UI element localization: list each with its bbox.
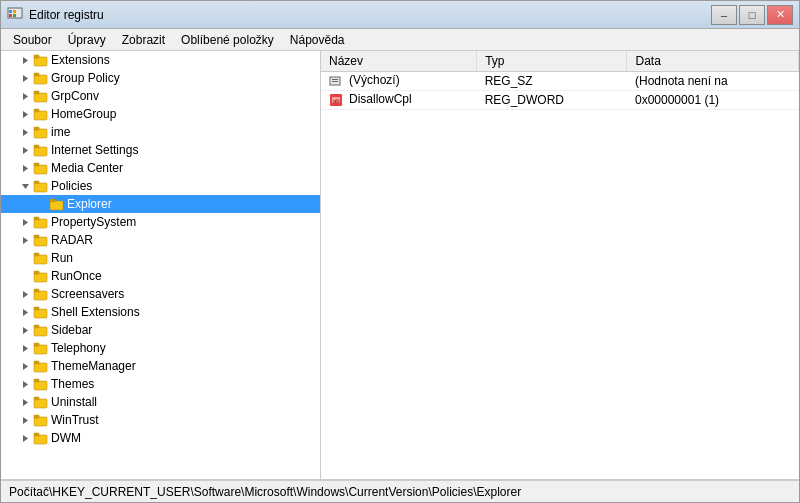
tree-item-radar[interactable]: RADAR	[1, 231, 320, 249]
svg-marker-20	[23, 147, 28, 154]
svg-rect-64	[34, 417, 47, 426]
svg-rect-71	[332, 81, 338, 82]
tree-item-themes[interactable]: Themes	[1, 375, 320, 393]
status-path: Počítač\HKEY_CURRENT_USER\Software\Micro…	[9, 485, 521, 499]
tree-expander-policies[interactable]	[17, 178, 33, 194]
tree-label-media-center: Media Center	[51, 161, 123, 175]
svg-rect-13	[34, 91, 39, 94]
maximize-button[interactable]: □	[739, 5, 765, 25]
col-name[interactable]: Název	[321, 51, 477, 71]
tree-label-policies: Policies	[51, 179, 92, 193]
tree-label-grpconv: GrpConv	[51, 89, 99, 103]
tree-label-screensavers: Screensavers	[51, 287, 124, 301]
tree-item-extensions[interactable]: Extensions	[1, 51, 320, 69]
tree-item-shell-extensions[interactable]: Shell Extensions	[1, 303, 320, 321]
svg-marker-42	[23, 291, 28, 298]
svg-rect-4	[13, 14, 16, 17]
tree-expander-sidebar[interactable]	[17, 322, 33, 338]
svg-marker-54	[23, 363, 28, 370]
svg-marker-26	[22, 184, 29, 189]
tree-expander-telephony[interactable]	[17, 340, 33, 356]
tree-item-explorer[interactable]: Explorer	[1, 195, 320, 213]
table-row[interactable]: abDisallowCpl REG_DWORD 0x00000001 (1)	[321, 90, 799, 109]
svg-rect-61	[34, 399, 47, 408]
tree-item-wintrust[interactable]: WinTrust	[1, 411, 320, 429]
title-bar: Editor registru – □ ✕	[1, 1, 799, 29]
tree-item-property-system[interactable]: PropertySystem	[1, 213, 320, 231]
tree-expander-ime[interactable]	[17, 124, 33, 140]
svg-rect-40	[34, 273, 47, 282]
tree-label-uninstall: Uninstall	[51, 395, 97, 409]
menu-upravy[interactable]: Úpravy	[60, 31, 114, 49]
tree-item-ime[interactable]: ime	[1, 123, 320, 141]
tree-expander-placeholder	[33, 196, 49, 212]
tree-item-telephony[interactable]: Telephony	[1, 339, 320, 357]
tree-expander-theme-manager[interactable]	[17, 358, 33, 374]
tree-expander-themes[interactable]	[17, 376, 33, 392]
tree-item-homegroup[interactable]: HomeGroup	[1, 105, 320, 123]
tree-item-run[interactable]: Run	[1, 249, 320, 267]
tree-expander-internet-settings[interactable]	[17, 142, 33, 158]
tree-expander-grpconv[interactable]	[17, 88, 33, 104]
svg-rect-38	[34, 255, 47, 264]
folder-icon-themes	[33, 376, 49, 392]
cell-type: REG_SZ	[477, 71, 627, 90]
minimize-button[interactable]: –	[711, 5, 737, 25]
registry-editor-icon	[7, 7, 23, 23]
tree-item-theme-manager[interactable]: ThemeManager	[1, 357, 320, 375]
window-title: Editor registru	[29, 8, 711, 22]
col-type[interactable]: Typ	[477, 51, 627, 71]
svg-rect-68	[34, 433, 39, 436]
tree-item-runonce[interactable]: RunOnce	[1, 267, 320, 285]
tree-item-sidebar[interactable]: Sidebar	[1, 321, 320, 339]
svg-marker-51	[23, 345, 28, 352]
svg-marker-32	[23, 219, 28, 226]
tree-expander-uninstall[interactable]	[17, 394, 33, 410]
svg-rect-56	[34, 361, 39, 364]
svg-rect-47	[34, 307, 39, 310]
table-row[interactable]: (Výchozí) REG_SZ (Hodnota není na	[321, 71, 799, 90]
tree-expander-screensavers[interactable]	[17, 286, 33, 302]
tree-expander-property-system[interactable]	[17, 214, 33, 230]
tree-label-ime: ime	[51, 125, 70, 139]
tree-item-dwm[interactable]: DWM	[1, 429, 320, 447]
tree-label-themes: Themes	[51, 377, 94, 391]
svg-rect-44	[34, 289, 39, 292]
tree-item-uninstall[interactable]: Uninstall	[1, 393, 320, 411]
content-area: Extensions Group Policy GrpConv HomeGrou…	[1, 51, 799, 480]
menu-zobrazit[interactable]: Zobrazit	[114, 31, 173, 49]
tree-expander-shell-extensions[interactable]	[17, 304, 33, 320]
svg-rect-30	[50, 201, 63, 210]
tree-expander-placeholder	[17, 268, 33, 284]
tree-expander-radar[interactable]	[17, 232, 33, 248]
tree-item-internet-settings[interactable]: Internet Settings	[1, 141, 320, 159]
tree-expander-media-center[interactable]	[17, 160, 33, 176]
tree-item-group-policy[interactable]: Group Policy	[1, 69, 320, 87]
registry-tree[interactable]: Extensions Group Policy GrpConv HomeGrou…	[1, 51, 321, 479]
tree-item-policies[interactable]: Policies	[1, 177, 320, 195]
tree-label-radar: RADAR	[51, 233, 93, 247]
tree-label-extensions: Extensions	[51, 53, 110, 67]
tree-expander-homegroup[interactable]	[17, 106, 33, 122]
menu-soubor[interactable]: Soubor	[5, 31, 60, 49]
svg-marker-63	[23, 417, 28, 424]
svg-rect-1	[9, 10, 12, 13]
menu-napoveda[interactable]: Nápověda	[282, 31, 353, 49]
folder-icon-radar	[33, 232, 49, 248]
tree-expander-dwm[interactable]	[17, 430, 33, 446]
tree-expander-group-policy[interactable]	[17, 70, 33, 86]
folder-icon-extensions	[33, 52, 49, 68]
tree-expander-wintrust[interactable]	[17, 412, 33, 428]
svg-rect-37	[34, 235, 39, 238]
col-data[interactable]: Data	[627, 51, 799, 71]
tree-label-telephony: Telephony	[51, 341, 106, 355]
cell-name: abDisallowCpl	[321, 90, 477, 109]
svg-text:ab: ab	[333, 98, 340, 104]
tree-item-media-center[interactable]: Media Center	[1, 159, 320, 177]
menu-oblibene[interactable]: Oblíbené položky	[173, 31, 282, 49]
tree-item-grpconv[interactable]: GrpConv	[1, 87, 320, 105]
tree-expander-extensions[interactable]	[17, 52, 33, 68]
close-button[interactable]: ✕	[767, 5, 793, 25]
tree-item-screensavers[interactable]: Screensavers	[1, 285, 320, 303]
svg-rect-49	[34, 327, 47, 336]
